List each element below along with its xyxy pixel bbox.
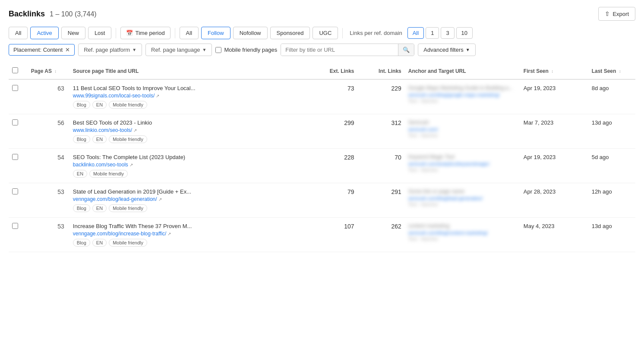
col-header-page-as[interactable]: Page AS ↕ [28, 63, 69, 79]
anchor-text: content marketing [408, 223, 517, 229]
row-checkbox[interactable] [12, 223, 18, 229]
tag-row: BlogENMobile friendly [73, 204, 307, 212]
row-ext-links: 107 [310, 218, 357, 252]
search-icon-button[interactable]: 🔍 [398, 44, 414, 56]
export-label: Export [612, 11, 629, 17]
col-last-seen-label: Last Seen [592, 68, 616, 74]
row-last-seen: 5d ago [588, 149, 635, 183]
sort-icon-page-as: ↕ [54, 69, 57, 74]
row-last-seen: 12h ago [588, 183, 635, 218]
placement-label: Placement: Content [13, 47, 63, 53]
linktype-nofollow-button[interactable]: Nofollow [233, 27, 268, 39]
select-all-checkbox[interactable] [12, 67, 18, 73]
mobile-friendly-checkbox[interactable] [215, 47, 221, 53]
row-source: Increase Blog Traffic With These 37 Prov… [69, 218, 310, 252]
anchor-url: semrush.com/blog/lead-generation/ [408, 196, 517, 201]
search-input[interactable] [281, 44, 398, 56]
anchor-text: Some link or page name [408, 188, 517, 194]
ref-page-language-dropdown[interactable]: Ref. page language ▼ [145, 44, 212, 56]
row-page-as: 56 [28, 114, 69, 149]
status-new-button[interactable]: New [61, 27, 85, 39]
source-url: venngage.com/blog/lead-generation/ ↗ [73, 196, 307, 202]
row-last-seen: 13d ago [588, 218, 635, 252]
row-ext-links: 228 [310, 149, 357, 183]
col-ext-links-label: Ext. Links [330, 68, 354, 74]
status-lost-button[interactable]: Lost [88, 27, 112, 39]
col-header-last-seen[interactable]: Last Seen ↕ [588, 63, 635, 79]
links-per-domain-group: All 1 3 10 [407, 27, 473, 39]
row-last-seen: 8d ago [588, 79, 635, 114]
row-checkbox-cell [9, 218, 28, 252]
row-checkbox[interactable] [12, 154, 18, 160]
mobile-friendly-checkbox-label[interactable]: Mobile friendly pages [215, 47, 277, 53]
row-checkbox[interactable] [12, 188, 18, 194]
anchor-extra: Text · #anchor [408, 133, 517, 138]
linktype-follow-button[interactable]: Follow [201, 27, 230, 39]
header-row: Backlinks 1 – 100 (3,744) ⇧ Export [9, 7, 635, 21]
anchor-url: semrush.com/ [408, 127, 517, 132]
tag-row: BlogENMobile friendly [73, 135, 307, 143]
sort-icon-last-seen: ↕ [619, 69, 621, 74]
lpd-10-button[interactable]: 10 [456, 27, 473, 39]
row-ext-links: 299 [310, 114, 357, 149]
export-icon: ⇧ [605, 10, 610, 17]
export-button[interactable]: ⇧ Export [598, 7, 635, 21]
row-checkbox-cell [9, 149, 28, 183]
source-url-link[interactable]: venngage.com/blog/increase-blog-traffic/ [73, 231, 167, 237]
separator-3 [342, 28, 343, 38]
status-active-button[interactable]: Active [30, 27, 58, 39]
row-checkbox[interactable] [12, 85, 18, 91]
anchor-extra: Text · #anchor [408, 98, 517, 103]
col-header-first-seen[interactable]: First Seen ↕ [520, 63, 588, 79]
placement-remove-button[interactable]: ✕ [65, 47, 70, 53]
source-title: 11 Best Local SEO Tools to Improve Your … [73, 85, 307, 91]
tag: EN [73, 170, 87, 178]
advanced-filters-button[interactable]: Advanced filters ▼ [418, 44, 475, 56]
source-url-link[interactable]: backlinko.com/seo-tools [73, 162, 128, 168]
source-url-link[interactable]: www.99signals.com/local-seo-tools/ [73, 93, 155, 99]
table-row: 53 Increase Blog Traffic With These 37 P… [9, 218, 635, 252]
col-header-source: Source page Title and URL [69, 63, 310, 79]
col-anchor-label: Anchor and Target URL [408, 68, 466, 74]
col-header-int-links: Int. Links [358, 63, 405, 79]
chevron-down-icon: ▼ [132, 47, 136, 52]
col-source-label: Source page Title and URL [73, 68, 139, 74]
anchor-url: semrush.com/analytics/keywordmagic/ [408, 161, 517, 166]
backlinks-table: Page AS ↕ Source page Title and URL Ext.… [9, 63, 635, 252]
col-header-ext-links: Ext. Links [310, 63, 357, 79]
ref-page-platform-label: Ref. page platform [84, 47, 130, 53]
backlinks-count: 1 – 100 (3,744) [50, 10, 97, 18]
row-checkbox[interactable] [12, 119, 18, 125]
row-anchor: content marketing semrush.com/blog/conte… [405, 218, 520, 252]
tag: Mobile friendly [89, 170, 128, 178]
tag: Blog [73, 204, 90, 212]
row-anchor: Semrush semrush.com/ Text · #anchor [405, 114, 520, 149]
calendar-icon: 📅 [126, 30, 133, 36]
tag: Mobile friendly [109, 204, 147, 212]
col-page-as-label: Page AS [31, 68, 52, 74]
page-title: Backlinks 1 – 100 (3,744) [9, 9, 97, 19]
lpd-all-button[interactable]: All [407, 27, 424, 39]
ref-page-platform-dropdown[interactable]: Ref. page platform ▼ [78, 44, 142, 56]
row-anchor: Google Maps Marketing Guide to Building … [405, 79, 520, 114]
external-link-icon: ↗ [129, 163, 133, 167]
lpd-1-button[interactable]: 1 [426, 27, 439, 39]
row-anchor: Keyword Magic Tool semrush.com/analytics… [405, 149, 520, 183]
row-checkbox-cell [9, 183, 28, 218]
chevron-down-icon-3: ▼ [466, 47, 470, 52]
col-first-seen-label: First Seen [524, 68, 549, 74]
linktype-all-button[interactable]: All [180, 27, 199, 39]
table-row: 56 Best SEO Tools of 2023 - Linkio www.l… [9, 114, 635, 149]
linktype-ugc-button[interactable]: UGC [313, 27, 338, 39]
row-source: State of Lead Generation in 2019 [Guide … [69, 183, 310, 218]
source-title: SEO Tools: The Complete List (2023 Updat… [73, 154, 307, 160]
time-period-button[interactable]: 📅 Time period [120, 27, 170, 39]
source-url-link[interactable]: venngage.com/blog/lead-generation/ [73, 196, 157, 202]
source-url-link[interactable]: www.linkio.com/seo-tools/ [73, 127, 132, 133]
table-row: 54 SEO Tools: The Complete List (2023 Up… [9, 149, 635, 183]
tag: EN [92, 135, 107, 143]
linktype-sponsored-button[interactable]: Sponsored [270, 27, 310, 39]
tag: Blog [73, 101, 90, 109]
status-all-button[interactable]: All [9, 27, 28, 39]
lpd-3-button[interactable]: 3 [441, 27, 454, 39]
